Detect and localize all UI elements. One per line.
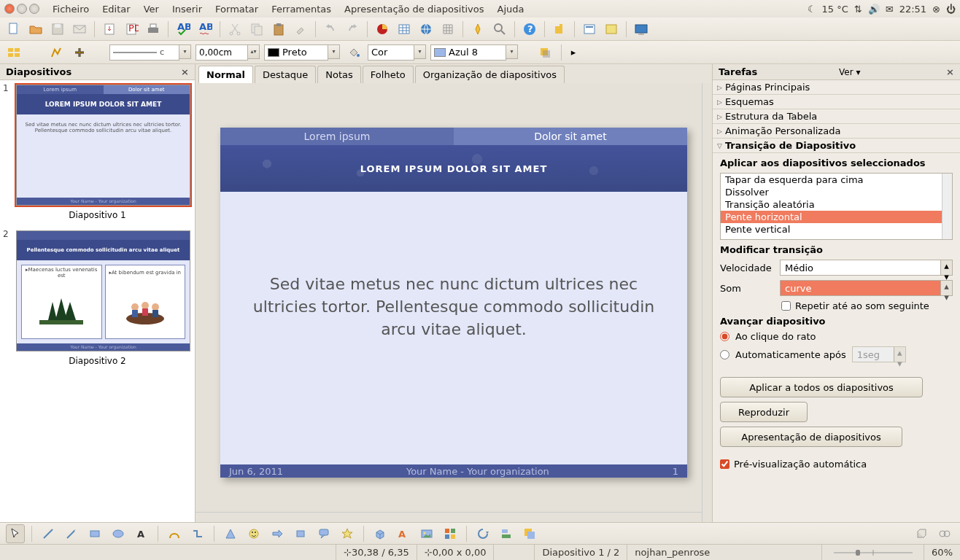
tab-notas[interactable]: Notas bbox=[317, 66, 361, 83]
fill-color-dropdown[interactable]: ▾ bbox=[506, 44, 518, 59]
symbol-shapes-tool[interactable] bbox=[244, 524, 263, 543]
apply-all-button[interactable]: Aplicar a todos os diapositivos bbox=[720, 377, 923, 397]
advance-auto-radio[interactable] bbox=[720, 350, 729, 359]
redo-button[interactable] bbox=[343, 20, 362, 39]
network-icon[interactable]: ⇅ bbox=[854, 4, 862, 15]
transition-list[interactable]: Tapar da esquerda para cima Dissolver Tr… bbox=[720, 173, 953, 240]
glue-points-button[interactable] bbox=[70, 43, 89, 62]
line-width-spinner[interactable]: ▴▾ bbox=[248, 44, 260, 59]
zoom-slider[interactable] bbox=[821, 545, 924, 560]
fill-color-combo[interactable]: Azul 8 bbox=[430, 44, 506, 61]
line-style-combo[interactable]: c bbox=[109, 44, 179, 61]
extension-button[interactable] bbox=[550, 20, 569, 39]
layout-palette-button[interactable] bbox=[4, 43, 23, 62]
email-button[interactable] bbox=[70, 20, 89, 39]
chart-button[interactable] bbox=[373, 20, 392, 39]
align-tool[interactable] bbox=[497, 524, 516, 543]
tasks-close[interactable]: × bbox=[946, 66, 954, 77]
slide-design-button[interactable] bbox=[602, 20, 621, 39]
advance-onclick-radio[interactable] bbox=[720, 332, 729, 341]
transition-list-scrollbar[interactable] bbox=[942, 174, 952, 239]
rotate-tool[interactable] bbox=[473, 524, 492, 543]
window-maximize-button[interactable] bbox=[29, 4, 39, 14]
window-close-button[interactable] bbox=[4, 4, 15, 14]
menu-ficheiro[interactable]: Ficheiro bbox=[47, 2, 95, 16]
curve-tool[interactable] bbox=[165, 524, 184, 543]
power-icon[interactable]: ⏻ bbox=[946, 4, 956, 15]
speed-select[interactable]: Médio▴▾ bbox=[780, 260, 953, 276]
slide-thumb-1[interactable]: 1 Lorem ipsumDolor sit amet LOREM IPSUM … bbox=[3, 83, 192, 207]
spellcheck-button[interactable]: ABC bbox=[174, 20, 193, 39]
save-button[interactable] bbox=[48, 20, 67, 39]
paste-button[interactable] bbox=[269, 20, 288, 39]
help-button[interactable]: ? bbox=[520, 20, 539, 39]
3d-tool[interactable] bbox=[371, 524, 390, 543]
menu-ferramentas[interactable]: Ferramentas bbox=[266, 2, 337, 16]
zoom-button[interactable] bbox=[490, 20, 509, 39]
slideshow-button-panel[interactable]: Apresentação de diapositivos bbox=[720, 427, 902, 447]
slide-thumb-2[interactable]: 2 Pellentesque commodo sollicitudin arcu… bbox=[3, 229, 192, 353]
section-transicao[interactable]: ▽Transição de Diapositivo bbox=[713, 139, 960, 153]
menu-ver[interactable]: Ver bbox=[138, 2, 165, 16]
edit-points-button[interactable] bbox=[47, 43, 66, 62]
slideshow-button[interactable] bbox=[632, 20, 651, 39]
extrusion-tool[interactable] bbox=[912, 524, 931, 543]
line-width-field[interactable] bbox=[196, 44, 248, 61]
zoom-value[interactable]: 60% bbox=[924, 545, 960, 560]
repeat-checkbox[interactable] bbox=[781, 301, 791, 311]
shadow-button[interactable] bbox=[535, 43, 554, 62]
section-estrutura[interactable]: ▷Estrutura da Tabela bbox=[713, 109, 960, 124]
slide-layout-button[interactable] bbox=[580, 20, 599, 39]
export-button[interactable] bbox=[100, 20, 119, 39]
format-paintbrush-button[interactable] bbox=[291, 20, 310, 39]
section-esquemas[interactable]: ▷Esquemas bbox=[713, 95, 960, 109]
slide-canvas[interactable]: Lorem ipsum Dolor sit amet LOREM IPSUM D… bbox=[196, 83, 712, 522]
fill-mode-dropdown[interactable]: ▾ bbox=[414, 44, 426, 59]
menu-formatar[interactable]: Formatar bbox=[209, 2, 264, 16]
menu-ajuda[interactable]: Ajuda bbox=[492, 2, 530, 16]
transition-opt[interactable]: Transição aleatória bbox=[721, 198, 952, 211]
current-slide[interactable]: Lorem ipsum Dolor sit amet LOREM IPSUM D… bbox=[220, 128, 687, 478]
flowchart-tool[interactable] bbox=[291, 524, 310, 543]
interaction-tool[interactable] bbox=[935, 524, 954, 543]
transition-opt[interactable]: Pente vertical bbox=[721, 223, 952, 236]
transition-opt-selected[interactable]: Pente horizontal bbox=[721, 211, 952, 223]
transition-opt[interactable]: Tapar da esquerda para cima bbox=[721, 174, 952, 186]
table-button[interactable] bbox=[395, 20, 414, 39]
section-animacao[interactable]: ▷Animação Personalizada bbox=[713, 124, 960, 139]
cut-button[interactable] bbox=[225, 20, 244, 39]
line-color-combo[interactable]: Preto bbox=[264, 44, 328, 61]
window-minimize-button[interactable] bbox=[17, 4, 27, 14]
block-arrows-tool[interactable] bbox=[268, 524, 287, 543]
line-color-dropdown[interactable]: ▾ bbox=[328, 44, 340, 59]
arrange-tool[interactable] bbox=[520, 524, 539, 543]
user-menu-icon[interactable]: ⊗ bbox=[932, 4, 940, 15]
undo-button[interactable] bbox=[321, 20, 340, 39]
connector-tool[interactable] bbox=[188, 524, 207, 543]
print-button[interactable] bbox=[144, 20, 163, 39]
toolbar-overflow-button[interactable]: ▸ bbox=[568, 43, 578, 62]
auto-preview-checkbox[interactable] bbox=[720, 459, 729, 469]
fill-bucket-button[interactable] bbox=[344, 43, 363, 62]
gallery-tool[interactable] bbox=[441, 524, 460, 543]
tab-organizacao[interactable]: Organização de diapositivos bbox=[415, 66, 565, 83]
fill-mode-combo[interactable]: Cor bbox=[368, 44, 414, 61]
vertical-scrollbar[interactable] bbox=[702, 83, 712, 522]
tab-normal[interactable]: Normal bbox=[198, 66, 253, 83]
line-tool[interactable] bbox=[39, 524, 58, 543]
open-button[interactable] bbox=[26, 20, 45, 39]
tasks-view-menu[interactable]: Ver ▾ bbox=[839, 67, 860, 77]
tab-destaque[interactable]: Destaque bbox=[255, 66, 316, 83]
stars-tool[interactable] bbox=[338, 524, 357, 543]
line-width-input[interactable] bbox=[199, 47, 243, 58]
play-button[interactable]: Reproduzir bbox=[720, 402, 808, 422]
arrow-tool[interactable] bbox=[62, 524, 81, 543]
fontwork-tool[interactable]: A bbox=[394, 524, 413, 543]
transition-opt[interactable]: Dissolver bbox=[721, 186, 952, 198]
menu-inserir[interactable]: Inserir bbox=[166, 2, 208, 16]
navigator-button[interactable] bbox=[468, 20, 487, 39]
section-paginas[interactable]: ▷Páginas Principais bbox=[713, 80, 960, 95]
mail-icon[interactable]: ✉ bbox=[886, 4, 894, 15]
tab-folheto[interactable]: Folheto bbox=[363, 66, 414, 83]
line-style-dropdown[interactable]: ▾ bbox=[179, 44, 191, 59]
